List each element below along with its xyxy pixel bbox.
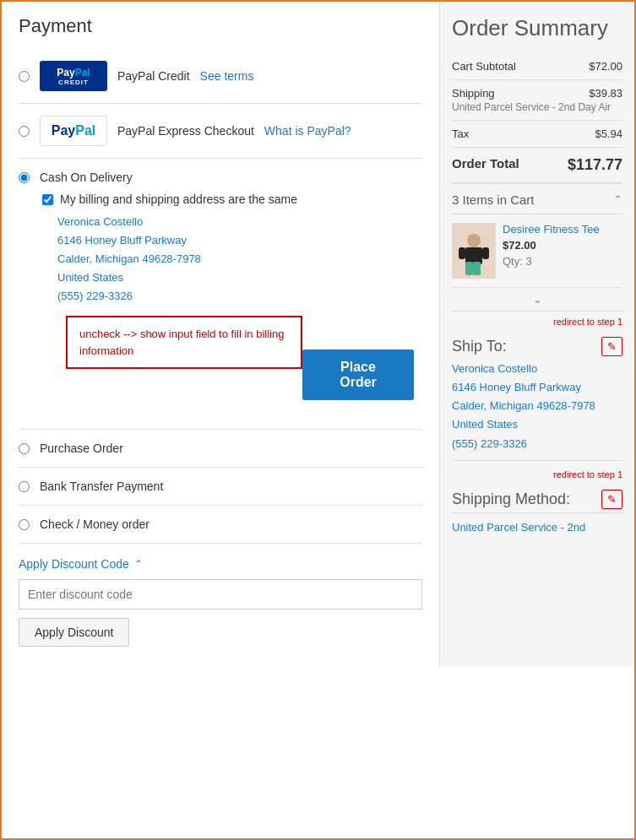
billing-same-checkbox[interactable] xyxy=(42,194,53,205)
paypal-credit-option: PayPal CREDIT PayPal Credit See terms xyxy=(19,49,422,104)
billing-city: Calder, Michigan 49628-7978 xyxy=(57,250,422,268)
items-in-cart-label: 3 Items in Cart xyxy=(452,192,535,207)
ship-to-edit-button[interactable]: ✎ xyxy=(601,337,622,356)
ship-to-redirect-label: redirect to step 1 xyxy=(553,317,622,327)
ship-street: 6146 Honey Bluff Parkway xyxy=(452,378,622,397)
billing-street: 6146 Honey Bluff Parkway xyxy=(57,231,422,250)
cod-radio[interactable] xyxy=(19,172,30,183)
paypal-express-radio[interactable] xyxy=(19,126,30,137)
billing-phone: (555) 229-3326 xyxy=(57,287,422,306)
paypal-credit-link[interactable]: See terms xyxy=(200,69,254,83)
purchase-order-option: Purchase Order xyxy=(19,430,422,468)
cod-label: Cash On Delivery xyxy=(40,171,133,184)
cart-subtotal-row: Cart Subtotal $72.00 xyxy=(452,53,622,80)
cart-item-qty: Qty: 3 xyxy=(503,255,622,268)
paypal-credit-logo: PayPal CREDIT xyxy=(40,61,107,91)
chevron-up-cart-icon: ⌃ xyxy=(613,193,622,206)
ship-to-header: Ship To: ✎ xyxy=(452,328,622,360)
shipping-method-text: United Parcel Service - 2nd xyxy=(452,521,585,534)
tax-value: $5.94 xyxy=(595,127,622,140)
cart-item: Desiree Fitness Tee $72.00 Qty: 3 xyxy=(452,214,622,288)
cart-item-price: $72.00 xyxy=(503,239,622,252)
svg-rect-4 xyxy=(459,247,465,259)
discount-toggle[interactable]: Apply Discount Code ⌃ xyxy=(19,557,422,571)
svg-rect-5 xyxy=(482,247,489,259)
discount-section: Apply Discount Code ⌃ Apply Discount xyxy=(19,544,422,653)
items-in-cart-toggle[interactable]: 3 Items in Cart ⌃ xyxy=(452,184,622,214)
cart-subtotal-value: $72.00 xyxy=(589,60,622,73)
right-panel: Order Summary Cart Subtotal $72.00 Shipp… xyxy=(440,2,634,667)
ship-phone: (555) 229-3326 xyxy=(452,435,622,453)
cart-subtotal-label: Cart Subtotal xyxy=(452,60,516,73)
shipping-label: Shipping xyxy=(452,87,495,100)
shipping-method-edit-button[interactable]: ✎ xyxy=(601,490,622,509)
discount-toggle-label[interactable]: Apply Discount Code xyxy=(19,557,129,571)
annotation-box: uncheck --> show input field to fill in … xyxy=(66,316,302,369)
paypal-express-link[interactable]: What is PayPal? xyxy=(264,124,351,138)
shipping-method-redirect-label: redirect to step 1 xyxy=(553,469,622,480)
purchase-order-radio[interactable] xyxy=(19,443,30,454)
shipping-detail: United Parcel Service - 2nd Day Air xyxy=(452,101,611,113)
cod-header: Cash On Delivery xyxy=(19,159,422,192)
ship-to-section: redirect to step 1 Ship To: ✎ Veronica C… xyxy=(452,317,622,460)
paypal-logo: PayPal xyxy=(40,116,107,146)
shipping-row: Shipping $39.83 United Parcel Service - … xyxy=(452,80,622,121)
purchase-order-label: Purchase Order xyxy=(40,442,123,455)
billing-same-row: My billing and shipping address are the … xyxy=(42,192,422,206)
place-order-button[interactable]: Place Order xyxy=(302,350,414,400)
billing-address-block: Veronica Costello 6146 Honey Bluff Parkw… xyxy=(57,213,422,306)
ship-country: United States xyxy=(452,415,622,434)
order-summary-title: Order Summary xyxy=(452,15,622,41)
ship-to-address: Veronica Costello 6146 Honey Bluff Parkw… xyxy=(452,360,622,460)
page-title: Payment xyxy=(19,15,422,37)
bank-transfer-option: Bank Transfer Payment xyxy=(19,468,422,506)
order-total-label: Order Total xyxy=(452,156,519,174)
cart-expand-row[interactable]: ⌄ xyxy=(452,288,622,312)
order-total-value: $117.77 xyxy=(568,156,622,174)
order-total-row: Order Total $117.77 xyxy=(452,148,622,184)
cart-item-image xyxy=(452,223,496,279)
paypal-credit-label: PayPal Credit xyxy=(117,69,190,83)
shipping-value: $39.83 xyxy=(589,87,622,100)
svg-point-0 xyxy=(467,234,481,247)
apply-discount-button[interactable]: Apply Discount xyxy=(19,618,129,647)
shipping-method-title: Shipping Method: xyxy=(452,490,570,508)
tax-row: Tax $5.94 xyxy=(452,121,622,148)
svg-rect-2 xyxy=(465,262,473,275)
chevron-down-icon: ⌄ xyxy=(533,293,542,306)
cod-section: Cash On Delivery My billing and shipping… xyxy=(19,159,422,430)
billing-same-label: My billing and shipping address are the … xyxy=(60,192,297,206)
left-panel: Payment PayPal CREDIT PayPal Credit See … xyxy=(2,2,440,667)
shipping-method-value: United Parcel Service - 2nd xyxy=(452,512,622,534)
paypal-credit-radio[interactable] xyxy=(19,71,30,82)
billing-name: Veronica Costello xyxy=(57,213,422,231)
svg-rect-3 xyxy=(473,262,481,275)
bank-transfer-label: Bank Transfer Payment xyxy=(40,480,163,493)
discount-code-input[interactable] xyxy=(19,579,422,610)
paypal-express-label: PayPal Express Checkout xyxy=(117,124,254,138)
cart-item-name[interactable]: Desiree Fitness Tee xyxy=(503,223,622,236)
tax-label: Tax xyxy=(452,127,469,140)
check-money-label: Check / Money order xyxy=(40,518,149,531)
product-thumbnail xyxy=(454,224,494,278)
shipping-method-section: redirect to step 1 Shipping Method: ✎ Un… xyxy=(452,469,622,534)
ship-city: Calder, Michigan 49628-7978 xyxy=(452,397,622,415)
chevron-up-icon: ⌃ xyxy=(134,558,143,570)
check-money-radio[interactable] xyxy=(19,519,30,530)
bank-transfer-radio[interactable] xyxy=(19,481,30,492)
shipping-method-header: Shipping Method: ✎ xyxy=(452,481,622,512)
ship-to-title: Ship To: xyxy=(452,338,507,355)
billing-country: United States xyxy=(57,268,422,287)
paypal-express-option: PayPal PayPal Express Checkout What is P… xyxy=(19,104,422,159)
cart-item-details: Desiree Fitness Tee $72.00 Qty: 3 xyxy=(503,223,622,279)
ship-name: Veronica Costello xyxy=(452,360,622,378)
check-money-option: Check / Money order xyxy=(19,506,422,544)
